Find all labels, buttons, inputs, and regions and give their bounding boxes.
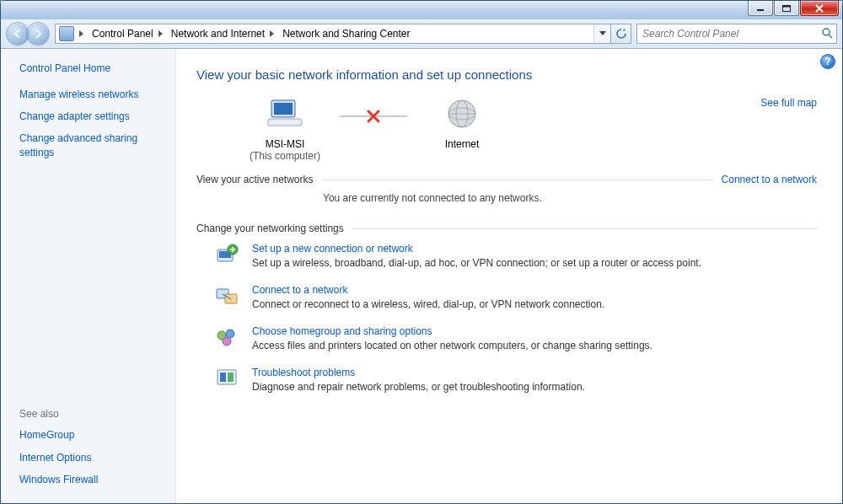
titlebar <box>1 1 842 19</box>
svg-point-20 <box>223 337 231 346</box>
main-panel: ? View your basic network information an… <box>176 49 842 503</box>
map-connector <box>340 115 407 117</box>
search-input[interactable]: Search Control Panel <box>636 24 837 44</box>
map-node-internet: Internet <box>407 97 517 150</box>
chevron-right-icon <box>158 30 163 37</box>
breadcrumb[interactable]: Control Panel <box>85 24 158 43</box>
troubleshoot-icon <box>215 367 239 390</box>
setting-title[interactable]: Connect to a network <box>252 284 347 296</box>
help-icon[interactable]: ? <box>820 54 835 69</box>
map-node-this-computer: MSI-MSI (This computer) <box>230 97 340 162</box>
svg-rect-0 <box>757 9 764 11</box>
computer-name: MSI-MSI <box>266 138 305 150</box>
setting-connect-network[interactable]: Connect to a network Connect or reconnec… <box>215 284 817 310</box>
close-button[interactable] <box>800 1 839 16</box>
address-dropdown-button[interactable] <box>593 24 610 43</box>
computer-icon <box>266 97 303 133</box>
chevron-right-icon <box>79 30 83 37</box>
settings-list: Set up a new connection or network Set u… <box>196 243 817 393</box>
page-title: View your basic network information and … <box>196 67 817 82</box>
setting-troubleshoot[interactable]: Troubleshoot problems Diagnose and repai… <box>215 367 817 393</box>
setting-desc: Connect or reconnect to a wireless, wire… <box>252 298 604 310</box>
minimize-button[interactable] <box>748 1 773 16</box>
breadcrumb[interactable]: Network and Internet <box>164 24 270 43</box>
sidebar-item-advanced-sharing[interactable]: Change advanced sharing settings <box>19 131 167 158</box>
setting-desc: Set up a wireless, broadband, dial-up, a… <box>252 257 701 269</box>
setup-connection-icon <box>215 243 239 266</box>
sidebar-seealso-internet-options[interactable]: Internet Options <box>19 451 167 464</box>
svg-point-3 <box>823 29 830 35</box>
section-label: Change your networking settings <box>196 223 344 234</box>
svg-rect-7 <box>268 119 302 126</box>
see-also-label: See also <box>19 408 167 420</box>
setting-desc: Diagnose and repair network problems, or… <box>252 381 585 393</box>
location-icon <box>59 26 74 41</box>
see-full-map-link[interactable]: See full map <box>760 97 817 109</box>
window-frame: Control Panel Network and Internet Netwo… <box>0 0 843 504</box>
svg-rect-2 <box>783 5 791 7</box>
svg-rect-22 <box>220 373 226 382</box>
svg-rect-6 <box>274 103 293 115</box>
connect-network-link[interactable]: Connect to a network <box>722 174 817 185</box>
active-networks-header: View your active networks Connect to a n… <box>196 174 817 185</box>
network-map: MSI-MSI (This computer) <box>196 97 817 162</box>
setting-title[interactable]: Troubleshoot problems <box>252 367 355 378</box>
connection-failed-icon <box>366 109 381 124</box>
forward-button[interactable] <box>26 22 50 46</box>
sidebar-seealso-homegroup[interactable]: HomeGroup <box>19 428 167 442</box>
setting-homegroup[interactable]: Choose homegroup and sharing options Acc… <box>215 325 817 351</box>
setting-setup-connection[interactable]: Set up a new connection or network Set u… <box>215 243 817 269</box>
refresh-button[interactable] <box>610 24 631 43</box>
address-bar[interactable]: Control Panel Network and Internet Netwo… <box>55 24 631 44</box>
svg-line-4 <box>829 35 832 38</box>
homegroup-icon <box>215 325 239 349</box>
svg-rect-23 <box>228 373 234 382</box>
nav-toolbar: Control Panel Network and Internet Netwo… <box>1 19 842 49</box>
section-label: View your active networks <box>196 174 314 185</box>
chevron-right-icon <box>270 30 274 37</box>
setting-title[interactable]: Set up a new connection or network <box>252 243 413 255</box>
breadcrumb[interactable]: Network and Sharing Center <box>276 24 415 43</box>
sidebar-seealso-firewall[interactable]: Windows Firewall <box>19 473 167 486</box>
globe-icon <box>445 97 479 133</box>
search-placeholder: Search Control Panel <box>642 28 821 40</box>
sidebar-item-wireless[interactable]: Manage wireless networks <box>19 88 167 101</box>
computer-sub: (This computer) <box>250 150 320 162</box>
not-connected-text: You are currently not connected to any n… <box>323 192 817 204</box>
internet-label: Internet <box>445 138 480 150</box>
content-area: Control Panel Home Manage wireless netwo… <box>1 49 842 503</box>
connect-network-icon <box>215 284 239 308</box>
sidebar-item-adapter[interactable]: Change adapter settings <box>19 110 167 123</box>
svg-point-19 <box>226 330 234 338</box>
sidebar: Control Panel Home Manage wireless netwo… <box>1 49 176 503</box>
maximize-button[interactable] <box>774 1 799 16</box>
setting-title[interactable]: Choose homegroup and sharing options <box>252 325 432 337</box>
setting-desc: Access files and printers located on oth… <box>252 340 652 351</box>
control-panel-home-link[interactable]: Control Panel Home <box>19 62 167 74</box>
search-icon <box>821 27 833 41</box>
change-settings-header: Change your networking settings <box>196 223 817 234</box>
